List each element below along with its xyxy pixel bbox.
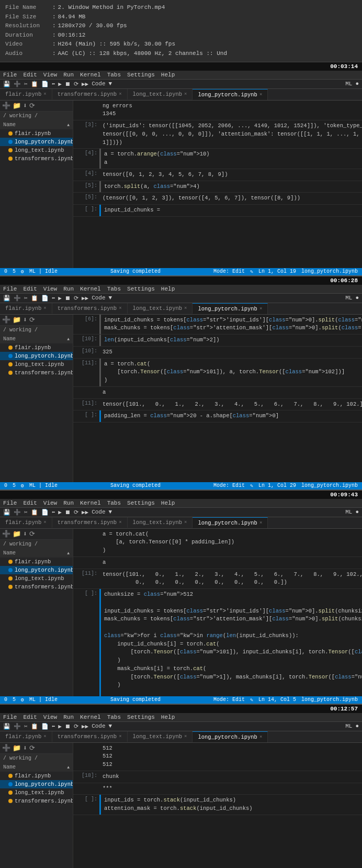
tab-flair-ipynb[interactable]: flair.ipynb× bbox=[0, 517, 52, 528]
sidebar-item-long_pytorch-ipynb[interactable]: long_pytorch.ipynb bbox=[0, 352, 73, 360]
toolbar-item-1[interactable]: ➕ bbox=[14, 295, 21, 302]
tab-flair-ipynb[interactable]: flair.ipynb× bbox=[0, 89, 52, 99]
toolbar-item-4[interactable]: 📄 bbox=[41, 295, 49, 302]
toolbar-item-8[interactable]: ⟳ bbox=[74, 295, 78, 302]
toolbar-item-2[interactable]: ✂ bbox=[24, 81, 28, 87]
toolbar-item-5[interactable]: ⬅ bbox=[52, 509, 55, 516]
menu-item-file[interactable]: File bbox=[3, 500, 17, 506]
toolbar-item-6[interactable]: ▶ bbox=[58, 509, 62, 516]
sidebar-toolbar-icon-3[interactable]: ⟳ bbox=[29, 744, 35, 752]
sidebar-toolbar-icon-3[interactable]: ⟳ bbox=[29, 316, 35, 324]
tab-long_text-ipynb[interactable]: long_text.ipynb× bbox=[128, 89, 193, 99]
menu-item-run[interactable]: Run bbox=[63, 286, 74, 292]
menu-item-help[interactable]: Help bbox=[161, 286, 175, 292]
toolbar-item-6[interactable]: ▶ bbox=[58, 295, 62, 302]
toolbar-item-2[interactable]: ✂ bbox=[24, 509, 28, 516]
toolbar-item-0[interactable]: 💾 bbox=[3, 295, 10, 302]
cell-input[interactable]: padding_len = class="num">20 - a.shape[c… bbox=[99, 410, 362, 422]
menu-item-tabs[interactable]: Tabs bbox=[107, 72, 121, 78]
sidebar-toolbar-icon-0[interactable]: ➕ bbox=[2, 316, 10, 324]
sidebar-toolbar-icon-3[interactable]: ⟳ bbox=[29, 102, 35, 110]
sidebar-item-flair-ipynb[interactable]: flair.ipynb bbox=[0, 558, 73, 566]
toolbar-item-6[interactable]: ▶ bbox=[58, 723, 62, 730]
cell-input[interactable]: a = torch.cat( [torch.Tensor([class="num… bbox=[99, 359, 362, 386]
toolbar-item-10[interactable]: Code bbox=[92, 295, 105, 301]
toolbar-item-11[interactable]: ▼ bbox=[109, 81, 112, 87]
sidebar-toolbar-icon-2[interactable]: ⬇ bbox=[23, 102, 27, 110]
toolbar-item-2[interactable]: ✂ bbox=[24, 723, 28, 730]
toolbar-item-7[interactable]: ⏹ bbox=[65, 81, 71, 87]
toolbar-item-6[interactable]: ▶ bbox=[58, 81, 62, 87]
sidebar-toolbar-icon-1[interactable]: 📁 bbox=[13, 744, 21, 752]
toolbar-item-3[interactable]: 📋 bbox=[31, 81, 38, 87]
menu-item-tabs[interactable]: Tabs bbox=[107, 500, 121, 506]
tab-close[interactable]: × bbox=[43, 306, 46, 311]
toolbar-item-10[interactable]: Code bbox=[92, 509, 105, 515]
tab-transformers-ipynb[interactable]: transformers.ipynb× bbox=[52, 89, 128, 99]
toolbar-item-1[interactable]: ➕ bbox=[14, 81, 21, 87]
menu-item-kernel[interactable]: Kernel bbox=[80, 286, 101, 292]
tab-close[interactable]: × bbox=[43, 734, 46, 739]
sidebar-toolbar-icon-0[interactable]: ➕ bbox=[2, 744, 10, 752]
sidebar-toolbar-icon-0[interactable]: ➕ bbox=[2, 102, 10, 110]
toolbar-item-5[interactable]: ⬅ bbox=[52, 81, 55, 87]
sidebar-toolbar-icon-2[interactable]: ⬇ bbox=[23, 530, 27, 538]
sidebar-toolbar-icon-3[interactable]: ⟳ bbox=[29, 530, 35, 538]
menu-item-file[interactable]: File bbox=[3, 286, 17, 292]
sidebar-item-flair-ipynb[interactable]: flair.ipynb bbox=[0, 129, 73, 138]
sidebar-item-long_pytorch-ipynb[interactable]: long_pytorch.ipynb bbox=[0, 138, 73, 146]
menu-item-run[interactable]: Run bbox=[63, 500, 74, 506]
circle-button[interactable]: ● bbox=[355, 509, 359, 515]
menu-item-help[interactable]: Help bbox=[161, 500, 175, 506]
menu-item-tabs[interactable]: Tabs bbox=[107, 286, 121, 292]
menu-item-file[interactable]: File bbox=[3, 72, 17, 78]
tab-long_pytorch-ipynb[interactable]: long_pytorch.ipynb× bbox=[193, 89, 268, 100]
toolbar-item-11[interactable]: ▼ bbox=[109, 509, 112, 515]
toolbar-item-8[interactable]: ⟳ bbox=[74, 723, 78, 730]
menu-item-run[interactable]: Run bbox=[63, 72, 74, 78]
menu-item-edit[interactable]: Edit bbox=[23, 286, 37, 292]
menu-item-tabs[interactable]: Tabs bbox=[107, 714, 121, 720]
cell-input[interactable]: len(input_id_chunks[class="num">2]) bbox=[99, 335, 362, 346]
tab-close[interactable]: × bbox=[184, 306, 187, 311]
cell-input[interactable]: input_id_chunks = tokens[class="str">'in… bbox=[99, 315, 362, 335]
cell-input[interactable]: input_ids = torch.stack(input_id_chunks)… bbox=[99, 795, 362, 815]
menu-item-edit[interactable]: Edit bbox=[23, 72, 37, 78]
circle-button[interactable]: ● bbox=[355, 295, 359, 301]
toolbar-item-2[interactable]: ✂ bbox=[24, 295, 28, 302]
toolbar-item-11[interactable]: ▼ bbox=[109, 723, 112, 729]
tab-close[interactable]: × bbox=[259, 92, 262, 97]
cell-input[interactable]: torch.split(a, class="num">4) bbox=[99, 181, 362, 193]
sidebar-item-long_text-ipynb[interactable]: long_text.ipynb bbox=[0, 146, 73, 154]
tab-flair-ipynb[interactable]: flair.ipynb× bbox=[0, 731, 52, 742]
sidebar-item-long_text-ipynb[interactable]: long_text.ipynb bbox=[0, 788, 73, 797]
toolbar-item-1[interactable]: ➕ bbox=[14, 509, 21, 516]
tab-close[interactable]: × bbox=[259, 735, 262, 740]
toolbar-item-10[interactable]: Code bbox=[92, 81, 105, 87]
toolbar-item-4[interactable]: 📄 bbox=[41, 509, 49, 516]
toolbar-item-3[interactable]: 📋 bbox=[31, 723, 38, 730]
toolbar-item-8[interactable]: ⟳ bbox=[74, 81, 78, 87]
toolbar-item-1[interactable]: ➕ bbox=[14, 723, 21, 730]
toolbar-item-9[interactable]: ▶▶ bbox=[82, 723, 88, 730]
toolbar-item-0[interactable]: 💾 bbox=[3, 81, 10, 87]
sidebar-item-flair-ipynb[interactable]: flair.ipynb bbox=[0, 772, 73, 780]
circle-button[interactable]: ● bbox=[355, 723, 359, 729]
toolbar-item-0[interactable]: 💾 bbox=[3, 723, 10, 730]
cell-input[interactable]: a = torch.arange(class="num">10) a bbox=[99, 149, 362, 169]
toolbar-item-4[interactable]: 📄 bbox=[41, 723, 49, 730]
toolbar-item-8[interactable]: ⟳ bbox=[74, 509, 78, 516]
tab-close[interactable]: × bbox=[43, 92, 46, 97]
menu-item-file[interactable]: File bbox=[3, 714, 17, 720]
toolbar-item-9[interactable]: ▶▶ bbox=[82, 509, 88, 516]
toolbar-item-5[interactable]: ⬅ bbox=[52, 723, 55, 730]
menu-item-kernel[interactable]: Kernel bbox=[80, 714, 101, 720]
tab-close[interactable]: × bbox=[259, 520, 262, 526]
tab-transformers-ipynb[interactable]: transformers.ipynb× bbox=[52, 731, 128, 742]
toolbar-item-3[interactable]: 📋 bbox=[31, 295, 38, 302]
menu-item-view[interactable]: View bbox=[43, 72, 57, 78]
menu-item-settings[interactable]: Settings bbox=[127, 72, 155, 78]
menu-item-settings[interactable]: Settings bbox=[127, 714, 155, 720]
sidebar-item-transformers-ipynb[interactable]: transformers.ipynb bbox=[0, 369, 73, 377]
menu-item-settings[interactable]: Settings bbox=[127, 500, 155, 506]
